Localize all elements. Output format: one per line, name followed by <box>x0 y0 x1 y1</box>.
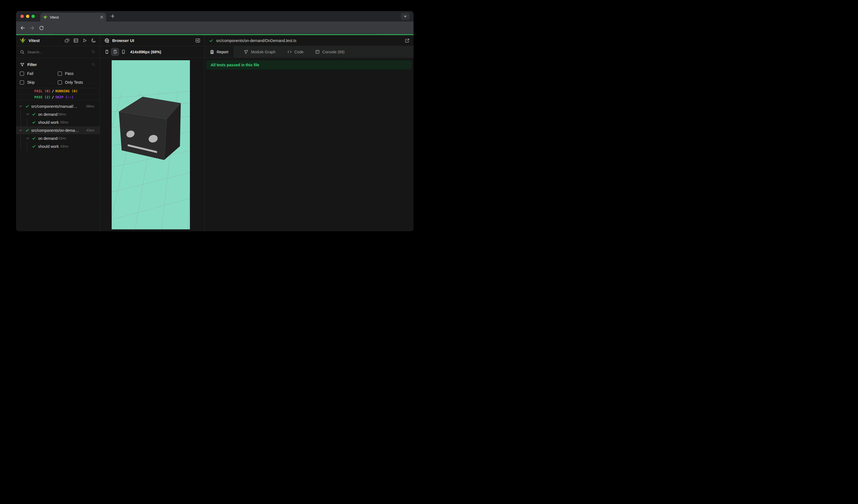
collapse-panels-icon[interactable] <box>64 38 70 43</box>
test-duration: 56ms <box>86 104 94 108</box>
all-tests-passed-banner: All tests passed in this file <box>206 60 412 70</box>
checkbox-icon[interactable] <box>20 71 24 76</box>
pass-check-icon <box>209 38 213 43</box>
vitest-logo-icon <box>20 37 26 43</box>
open-in-editor-icon[interactable] <box>405 38 410 43</box>
tab-search-button[interactable] <box>401 13 410 20</box>
tab-module-graph[interactable]: Module Graph <box>239 46 281 58</box>
vitest-ui: Vitest <box>16 35 414 231</box>
close-window-button[interactable] <box>20 15 24 18</box>
chevron-down-icon[interactable] <box>26 136 30 140</box>
checkbox-icon[interactable] <box>20 80 24 84</box>
vitest-favicon <box>43 15 47 19</box>
search-input[interactable]: Search... <box>27 50 91 54</box>
checkbox-icon[interactable] <box>58 71 62 76</box>
indent-guide <box>20 118 21 126</box>
test-preview-iframe[interactable] <box>112 60 190 229</box>
module-graph-icon <box>244 49 249 54</box>
test-case-row[interactable]: should work 43ms <box>16 142 99 150</box>
clear-search-filter-icon[interactable] <box>91 50 96 54</box>
pass-check-icon <box>32 112 36 116</box>
checkbox-icon[interactable] <box>58 80 62 84</box>
filter-section: Filter Fail Pass <box>16 58 99 88</box>
browser-preview-panel: Browser UI <box>100 35 205 231</box>
test-file-row[interactable]: src/components/manual/… 56ms <box>16 102 99 110</box>
browser-tab-strip: Vitest <box>16 11 414 21</box>
reload-button[interactable] <box>39 25 44 31</box>
pass-check-icon <box>25 104 29 108</box>
test-duration: 43ms <box>86 129 94 132</box>
filter-checkbox-only-tests[interactable]: Only Tests <box>58 79 96 86</box>
tab-report-label: Report <box>217 50 228 54</box>
close-tab-icon[interactable] <box>100 15 104 19</box>
indent-guide <box>20 110 21 118</box>
test-suite-name[interactable]: on demand <box>38 136 58 141</box>
test-file-tree: src/components/manual/… 56ms on demand 5… <box>16 102 99 150</box>
pass-check-icon <box>32 136 36 140</box>
status-running-count: RUNNING (0) <box>55 89 78 93</box>
device-toolbar: 414x896px (68%) <box>100 46 204 58</box>
filter-checkbox-fail[interactable]: Fail <box>20 70 58 77</box>
tab-code-label: Code <box>295 50 303 54</box>
test-case-name[interactable]: should work <box>38 120 59 125</box>
test-duration: 43ms <box>58 136 66 140</box>
test-suite-name[interactable]: on demand <box>38 112 58 117</box>
report-panel: src/components/on-demand/OnDemand.test.t… <box>205 35 414 231</box>
test-file-name[interactable]: src/components/manual/… <box>31 104 77 109</box>
test-case-name[interactable]: should work <box>38 144 59 149</box>
sidebar: Vitest <box>16 35 100 231</box>
filter-checkbox-pass[interactable]: Pass <box>58 70 96 77</box>
device-phone-small-button[interactable] <box>102 48 111 56</box>
filter-label-fail: Fail <box>27 71 33 76</box>
dark-mode-moon-icon[interactable] <box>91 38 96 43</box>
test-suite-row[interactable]: on demand 43ms <box>16 134 99 142</box>
filter-checkbox-skip[interactable]: Skip <box>20 79 58 86</box>
preview-panel-title: Browser UI <box>112 38 134 43</box>
run-all-icon[interactable] <box>82 38 88 43</box>
chevron-down-icon[interactable] <box>26 112 30 116</box>
back-button[interactable] <box>20 25 26 31</box>
indent-guide <box>27 118 27 126</box>
indent-guide <box>20 134 21 142</box>
tab-title: Vitest <box>50 15 100 19</box>
tab-code[interactable]: Code <box>282 46 309 58</box>
filter-title: Filter <box>27 63 91 67</box>
test-suite-row[interactable]: on demand 56ms <box>16 110 99 118</box>
device-phone-plus-button[interactable] <box>111 48 119 56</box>
status-pass-count: PASS (2) <box>34 95 51 99</box>
status-separator: / <box>52 89 54 93</box>
chevron-down-icon[interactable] <box>19 104 22 108</box>
test-duration: 56ms <box>58 112 66 116</box>
tab-report[interactable]: Report <box>205 46 234 58</box>
clear-filter-icon[interactable] <box>91 63 96 67</box>
filter-label-skip: Skip <box>27 80 34 84</box>
search-bar[interactable]: Search... <box>16 46 99 58</box>
minimize-window-button[interactable] <box>26 15 29 18</box>
open-side-panel-icon[interactable] <box>195 38 201 43</box>
dashboard-icon[interactable] <box>73 38 79 43</box>
code-icon <box>287 49 292 54</box>
tab-module-graph-label: Module Graph <box>251 50 275 54</box>
window-controls <box>20 15 35 18</box>
indent-guide <box>20 142 21 150</box>
banner-text: All tests passed in this file <box>211 63 259 67</box>
forward-button[interactable] <box>29 25 35 31</box>
browser-window: Vitest <box>16 11 414 231</box>
chevron-down-icon[interactable] <box>19 129 22 132</box>
test-file-name[interactable]: src/components/on-dema… <box>31 128 79 133</box>
test-duration: 43ms <box>60 145 68 148</box>
new-tab-button[interactable] <box>110 14 115 19</box>
maximize-window-button[interactable] <box>32 15 35 18</box>
filter-label-pass: Pass <box>65 71 74 76</box>
test-file-path: src/components/on-demand/OnDemand.test.t… <box>216 38 405 43</box>
test-case-row[interactable]: should work 55ms <box>16 118 99 126</box>
console-icon <box>315 49 320 54</box>
report-clipboard-icon <box>210 50 214 54</box>
indent-guide <box>27 142 27 150</box>
pass-check-icon <box>32 120 36 124</box>
browser-tab[interactable]: Vitest <box>41 13 106 21</box>
device-phone-minus-button[interactable] <box>119 48 127 56</box>
pass-check-icon <box>32 144 36 148</box>
test-file-row-selected[interactable]: src/components/on-dema… 43ms <box>16 126 99 134</box>
tab-console[interactable]: Console (69) <box>310 46 350 58</box>
